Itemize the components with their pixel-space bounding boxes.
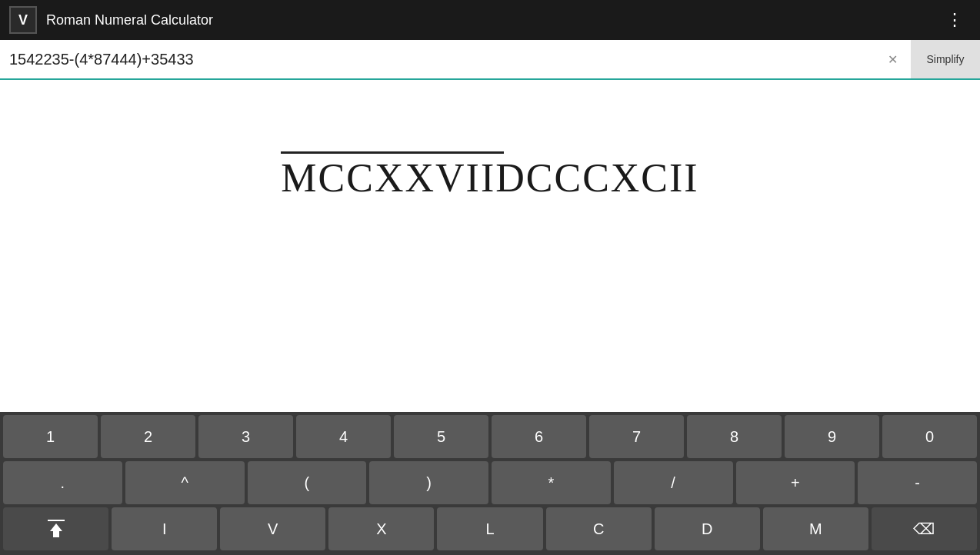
key-roman-C[interactable]: C: [546, 507, 652, 550]
app-icon-label: V: [18, 12, 28, 28]
app-title: Roman Numeral Calculator: [46, 12, 940, 28]
key-2[interactable]: 2: [101, 415, 195, 458]
key-roman-L[interactable]: L: [437, 507, 542, 550]
inputbar: Simplify: [0, 40, 980, 80]
titlebar: V Roman Numeral Calculator ⋮: [0, 0, 980, 40]
overline-bar: [281, 151, 504, 154]
menu-button[interactable]: ⋮: [940, 7, 971, 33]
keyboard-row-digits: 1234567890: [3, 415, 977, 458]
key-8[interactable]: 8: [687, 415, 782, 458]
key-roman-V[interactable]: V: [220, 507, 325, 550]
key-roman-M[interactable]: M: [763, 507, 868, 550]
key-3[interactable]: 3: [198, 415, 293, 458]
key-1[interactable]: 1: [3, 415, 98, 458]
result-text: MCCXXVIIDCCCXCII: [281, 155, 698, 201]
key-7[interactable]: 7: [589, 415, 684, 458]
backspace-button[interactable]: ⌫: [872, 507, 977, 550]
keyboard-row-operators: .^()*/+-: [3, 461, 977, 504]
key-4[interactable]: 4: [296, 415, 391, 458]
key-6[interactable]: 6: [492, 415, 586, 458]
result-wrapper: MCCXXVIIDCCCXCII: [281, 151, 698, 201]
simplify-button[interactable]: Simplify: [911, 40, 980, 78]
key-roman-X[interactable]: X: [328, 507, 434, 550]
key-multiply[interactable]: *: [492, 461, 611, 504]
key-dot[interactable]: .: [3, 461, 122, 504]
key-roman-I[interactable]: I: [112, 507, 217, 550]
close-icon: [888, 52, 898, 67]
key-9[interactable]: 9: [785, 415, 879, 458]
key-rparen[interactable]: ): [369, 461, 488, 504]
key-5[interactable]: 5: [394, 415, 488, 458]
key-lparen[interactable]: (: [248, 461, 367, 504]
svg-marker-1: [50, 523, 62, 537]
keyboard-row-roman: IVXLCDM⌫: [3, 507, 977, 550]
keyboard: 1234567890.^()*/+- IVXLCDM⌫: [0, 412, 980, 555]
key-0[interactable]: 0: [882, 415, 977, 458]
expression-input[interactable]: [0, 40, 874, 78]
result-area: MCCXXVIIDCCCXCII: [0, 80, 980, 272]
app-icon: V: [9, 6, 37, 34]
key-roman-D[interactable]: D: [655, 507, 760, 550]
key-caret[interactable]: ^: [125, 461, 245, 504]
key-divide[interactable]: /: [614, 461, 733, 504]
shift-button[interactable]: [3, 507, 108, 550]
clear-button[interactable]: [874, 40, 911, 78]
key-plus[interactable]: +: [736, 461, 855, 504]
key-minus[interactable]: -: [858, 461, 977, 504]
